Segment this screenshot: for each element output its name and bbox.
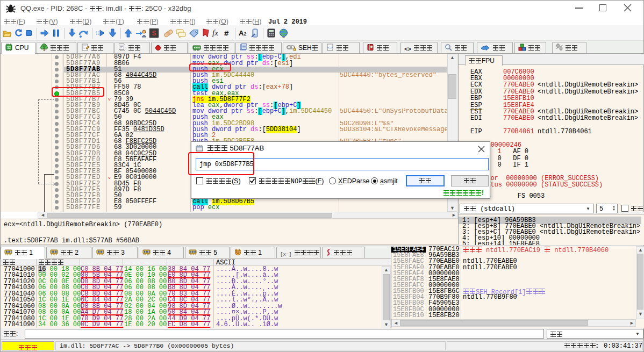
svg-text:32: 32 (7, 46, 11, 49)
svg-text:<>: <> (327, 45, 333, 50)
